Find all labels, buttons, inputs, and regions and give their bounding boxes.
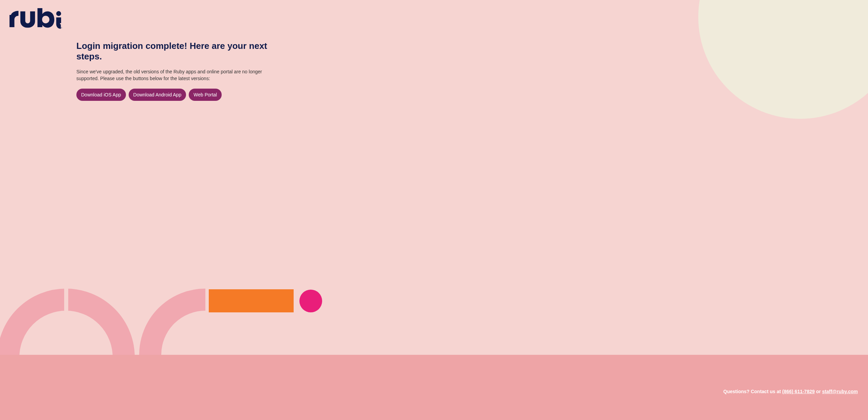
svg-point-0 [56, 11, 61, 16]
page-heading: Login migration complete! Here are your … [76, 41, 287, 62]
svg-point-1 [61, 27, 62, 28]
footer-phone-link[interactable]: (866) 611-7829 [782, 389, 815, 394]
main-content: Login migration complete! Here are your … [76, 41, 287, 101]
footer-email-link[interactable]: staff@ruby.com [822, 389, 858, 394]
decorative-magenta-circle [299, 290, 322, 312]
web-portal-button[interactable]: Web Portal [189, 89, 222, 101]
footer-prefix: Questions? Contact us at [723, 389, 782, 394]
footer-contact: Questions? Contact us at (866) 611-7829 … [723, 389, 858, 394]
button-row: Download iOS App Download Android App We… [76, 89, 287, 101]
decorative-arch-left [0, 289, 135, 355]
footer-middle: or [815, 389, 822, 394]
footer: Questions? Contact us at (866) 611-7829 … [0, 355, 868, 420]
download-android-button[interactable]: Download Android App [129, 89, 186, 101]
download-ios-button[interactable]: Download iOS App [76, 89, 126, 101]
decorative-arch-right [139, 289, 205, 355]
ruby-logo-icon [8, 8, 62, 30]
ruby-logo [8, 8, 62, 31]
page-description: Since we've upgraded, the old versions o… [76, 69, 273, 82]
decorative-cream-circle [698, 0, 868, 119]
decorative-orange-rectangle [209, 289, 294, 312]
decorative-shapes [0, 289, 868, 355]
